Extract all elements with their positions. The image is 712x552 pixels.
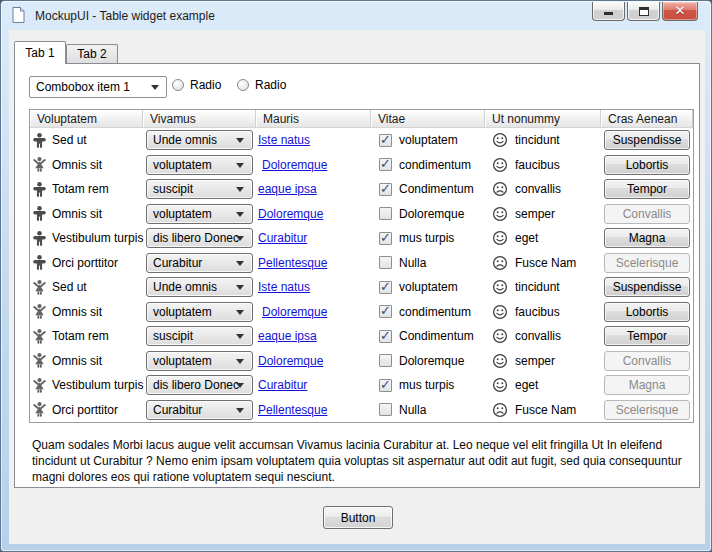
- row-action-button[interactable]: Magna: [604, 228, 690, 248]
- row-combobox-value: voluptatem: [153, 158, 212, 172]
- chevron-down-icon: [236, 187, 244, 192]
- titlebar[interactable]: MockupUI - Table widget example ✕: [1, 1, 711, 30]
- row-checkbox[interactable]: ✓: [379, 305, 392, 318]
- row-link[interactable]: Pellentesque: [258, 256, 327, 270]
- row-combobox[interactable]: voluptatem: [146, 302, 253, 322]
- close-button[interactable]: ✕: [662, 2, 698, 21]
- row-combobox[interactable]: Unde omnis: [146, 130, 253, 150]
- column-header-1[interactable]: Voluptatem: [30, 110, 143, 127]
- column-header-2[interactable]: Vivamus: [143, 110, 256, 127]
- row-action-button[interactable]: Convallis: [604, 351, 690, 371]
- row-link[interactable]: Curabitur: [258, 378, 307, 392]
- table-row: Omnis sit voluptatem Doloremque ✓ condim…: [30, 300, 693, 325]
- row-combobox[interactable]: Curabitur: [146, 253, 253, 273]
- row-checkbox[interactable]: ✓: [379, 403, 392, 416]
- data-table: VoluptatemVivamusMaurisVitaeUt nonummyCr…: [29, 109, 694, 423]
- row-combobox-value: Unde omnis: [153, 280, 217, 294]
- row-name-label: Vestibulum turpis: [52, 378, 143, 392]
- row-link[interactable]: Doloremque: [262, 305, 327, 319]
- smiley-face-icon: [492, 279, 508, 295]
- row-combobox-value: voluptatem: [153, 354, 212, 368]
- table-row: Omnis sit voluptatem Doloremque ✓ Dolore…: [30, 349, 693, 374]
- row-combobox[interactable]: dis libero Donec: [146, 228, 253, 248]
- column-header-4[interactable]: Vitae: [371, 110, 485, 127]
- smiley-face-icon: [492, 181, 508, 197]
- row-combobox-value: Unde omnis: [153, 133, 217, 147]
- row-link[interactable]: eaque ipsa: [258, 182, 317, 196]
- row-checkbox[interactable]: ✓: [379, 134, 392, 147]
- row-name-label: Omnis sit: [52, 207, 102, 221]
- row-action-button[interactable]: Magna: [604, 375, 690, 395]
- column-header-6[interactable]: Cras Aenean: [601, 110, 693, 127]
- smiley-face-icon: [492, 402, 508, 418]
- smiley-face-icon: [492, 132, 508, 148]
- close-icon: ✕: [663, 3, 697, 18]
- window-controls: ✕: [592, 2, 698, 21]
- row-checkbox[interactable]: ✓: [379, 281, 392, 294]
- smiley-face-icon: [492, 206, 508, 222]
- tab-2[interactable]: Tab 2: [66, 44, 118, 64]
- person-icon: [33, 133, 46, 148]
- window-title: MockupUI - Table widget example: [35, 9, 215, 23]
- row-checkbox-label: Nulla: [399, 403, 426, 417]
- row-combobox[interactable]: suscipit: [146, 179, 253, 199]
- maximize-button[interactable]: [627, 2, 660, 21]
- person-icon: [33, 157, 46, 172]
- row-combobox[interactable]: voluptatem: [146, 155, 253, 175]
- row-action-button[interactable]: Convallis: [604, 204, 690, 224]
- row-checkbox[interactable]: ✓: [379, 158, 392, 171]
- row-checkbox[interactable]: ✓: [379, 354, 392, 367]
- row-action-button[interactable]: Suspendisse: [604, 130, 690, 150]
- row-link[interactable]: Iste natus: [258, 280, 310, 294]
- row-link[interactable]: Doloremque: [258, 207, 323, 221]
- row-checkbox[interactable]: ✓: [379, 256, 392, 269]
- person-icon: [33, 304, 46, 319]
- row-action-button[interactable]: Scelerisque: [604, 400, 690, 420]
- row-combobox-value: voluptatem: [153, 207, 212, 221]
- row-action-button[interactable]: Tempor: [604, 326, 690, 346]
- smiley-face-icon: [492, 230, 508, 246]
- row-action-button[interactable]: Tempor: [604, 179, 690, 199]
- row-name-label: Omnis sit: [52, 305, 102, 319]
- row-action-button[interactable]: Suspendisse: [604, 277, 690, 297]
- row-combobox[interactable]: voluptatem: [146, 204, 253, 224]
- row-combobox[interactable]: suscipit: [146, 326, 253, 346]
- row-checkbox-label: Condimentum: [399, 329, 474, 343]
- row-checkbox[interactable]: ✓: [379, 379, 392, 392]
- column-header-5[interactable]: Ut nonummy: [485, 110, 601, 127]
- row-action-button[interactable]: Scelerisque: [604, 253, 690, 273]
- row-mood-label: Fusce Nam: [515, 403, 576, 417]
- row-checkbox[interactable]: ✓: [379, 330, 392, 343]
- chevron-down-icon: [236, 212, 244, 217]
- column-header-3[interactable]: Mauris: [256, 110, 371, 127]
- row-combobox[interactable]: dis libero Donec: [146, 375, 253, 395]
- row-link[interactable]: Iste natus: [258, 133, 310, 147]
- row-combobox[interactable]: Unde omnis: [146, 277, 253, 297]
- row-combobox-value: dis libero Donec: [153, 231, 239, 245]
- chevron-down-icon: [236, 334, 244, 339]
- combobox-top-value: Combobox item 1: [36, 80, 130, 94]
- person-icon: [33, 280, 46, 295]
- footer-button[interactable]: Button: [323, 506, 393, 529]
- row-action-button[interactable]: Lobortis: [604, 155, 690, 175]
- radio-option-2[interactable]: Radio: [237, 78, 286, 92]
- combobox-top[interactable]: Combobox item 1: [29, 76, 167, 98]
- row-mood-label: faucibus: [515, 158, 560, 172]
- row-action-button[interactable]: Lobortis: [604, 302, 690, 322]
- row-link[interactable]: Doloremque: [258, 354, 323, 368]
- row-link[interactable]: Curabitur: [258, 231, 307, 245]
- row-link[interactable]: Pellentesque: [258, 403, 327, 417]
- row-mood-label: semper: [515, 207, 555, 221]
- row-link[interactable]: eaque ipsa: [258, 329, 317, 343]
- row-combobox[interactable]: voluptatem: [146, 351, 253, 371]
- chevron-down-icon: [236, 163, 244, 168]
- row-checkbox[interactable]: ✓: [379, 207, 392, 220]
- minimize-button[interactable]: [592, 2, 625, 21]
- smiley-face-icon: [492, 255, 508, 271]
- tab-1[interactable]: Tab 1: [14, 41, 66, 64]
- row-combobox[interactable]: Curabitur: [146, 400, 253, 420]
- radio-option-1[interactable]: Radio: [172, 78, 221, 92]
- row-checkbox[interactable]: ✓: [379, 232, 392, 245]
- row-checkbox[interactable]: ✓: [379, 183, 392, 196]
- row-link[interactable]: Doloremque: [262, 158, 327, 172]
